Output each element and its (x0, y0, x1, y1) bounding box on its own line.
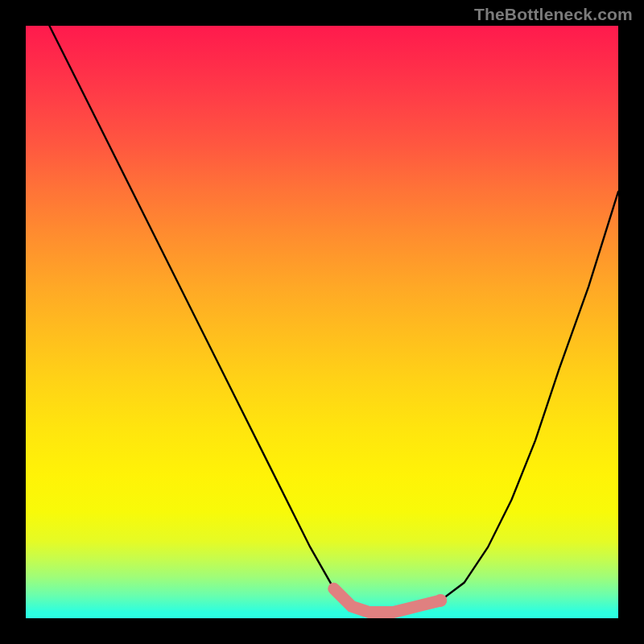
watermark-text: TheBottleneck.com (474, 5, 633, 24)
chart-frame: TheBottleneck.com (0, 0, 644, 644)
plot-area (26, 26, 618, 618)
bottleneck-curve (49, 26, 618, 613)
highlight-end-dot (434, 594, 447, 607)
highlight-band (334, 588, 441, 612)
curve-layer (26, 26, 618, 618)
